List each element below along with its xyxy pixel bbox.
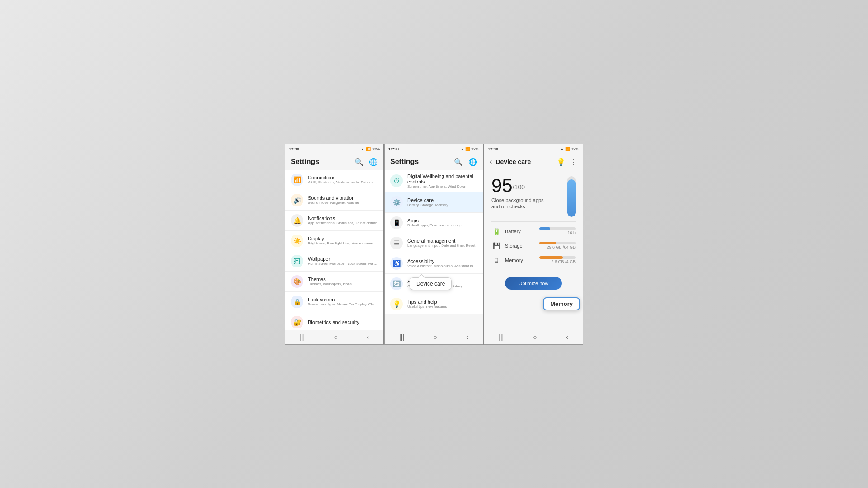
screen1-search-icon[interactable]: 🔍 [354,158,363,166]
back-btn[interactable]: ‹ [363,332,373,343]
device-care-desc: Battery, Storage, Memory [407,203,477,207]
general-mgmt-name: General management [407,238,477,244]
list-item[interactable]: 🖼 Wallpaper Home screen wallpaper, Lock … [285,251,383,272]
screen1-globe-icon[interactable]: 🌐 [369,158,378,166]
screen1-status-icons: ▲ 📶 32% [361,147,380,151]
optimize-now-button[interactable]: Optimize now [505,277,562,290]
signal-icon: ▲ [460,147,464,151]
notifications-name: Notifications [308,216,378,221]
memory-stat-icon: 🖥 [491,255,501,265]
sounds-icon: 🔊 [291,194,303,206]
signal-icon: ▲ [361,147,365,151]
screen2-search-icon[interactable]: 🔍 [454,158,463,166]
apps-name: Apps [407,218,477,223]
battery-stat-value: 16 h [539,230,576,235]
screen2-settings-list: ⏱ Digital Wellbeing and parental control… [385,170,483,314]
screen2-status-icons: ▲ 📶 32% [460,147,479,151]
device-care-item[interactable]: ⚙️ Device care Battery, Storage, Memory [385,192,483,213]
list-item[interactable]: ⏱ Digital Wellbeing and parental control… [385,170,483,192]
connections-name: Connections [308,175,378,180]
screen1-bottom-nav: ||| ○ ‹ [285,330,383,344]
display-name: Display [308,236,378,241]
notifications-desc: App notifications, Status bar, Do not di… [308,221,378,225]
screen2-globe-icon[interactable]: 🌐 [468,158,477,166]
home-btn[interactable]: ○ [529,332,540,343]
list-item[interactable]: 📱 Apps Default apps, Permission manager [385,213,483,233]
memory-stat-value: 2.6 GB /4 GB [539,259,576,264]
screen1-time: 12:38 [289,147,299,151]
home-btn[interactable]: ○ [330,332,341,343]
recent-apps-btn[interactable]: ||| [495,332,507,343]
screen2-header-icons: 🔍 🌐 [454,158,477,166]
battery-stat-icon: 🔋 [491,226,501,236]
accessibility-icon: ♿ [390,257,403,270]
memory-tooltip: Memory [543,297,580,310]
wallpaper-desc: Home screen wallpaper, Lock screen wallp… [308,262,378,266]
storage-stat-value: 29.6 GB /64 GB [539,245,576,249]
device-care-tooltip: Device care [410,277,452,290]
battery-stat-row[interactable]: 🔋 Battery 16 h [491,226,576,236]
screen3-battery: 32% [571,147,579,151]
wellbeing-icon: ⏱ [390,174,403,187]
list-item[interactable]: 🔊 Sounds and vibration Sound mode, Ringt… [285,190,383,211]
screen1-header-icons: 🔍 🌐 [354,158,378,166]
screen1-battery: 32% [372,147,380,151]
back-btn[interactable]: ‹ [462,332,472,343]
score-number: 95 [491,175,513,196]
system-updates-icon: 🔄 [390,277,403,290]
memory-stat-row[interactable]: 🖥 Memory 2.6 GB /4 GB [491,255,576,265]
recent-apps-btn[interactable]: ||| [296,332,308,343]
screen1-status-bar: 12:38 ▲ 📶 32% [285,144,383,154]
more-options-icon[interactable]: ⋮ [570,158,577,166]
recent-apps-btn[interactable]: ||| [396,332,408,343]
general-mgmt-desc: Language and input, Date and time, Reset [407,244,477,248]
score-section: 95/100 Close background apps and run che… [484,170,583,221]
screen3: 12:38 ▲ 📶 32% ‹ Device care 💡 ⋮ 95/100 C… [484,144,583,345]
notifications-icon: 🔔 [291,214,303,227]
score-bar-fill [567,179,576,217]
lockscreen-icon: 🔒 [291,296,303,308]
list-item[interactable]: 🔔 Notifications App notifications, Statu… [285,211,383,231]
list-item[interactable]: ☀️ Display Brightness, Blue light filter… [285,231,383,251]
screen3-bottom-nav: ||| ○ ‹ [484,330,583,344]
accessibility-desc: Voice Assistant, Mono audio, Assistant m… [407,264,477,268]
battery-bar-fill [539,227,550,230]
score-description: Close background apps and run checks [491,197,550,210]
connections-desc: Wi-Fi, Bluetooth, Airplane mode, Data us… [308,180,378,184]
screen2-header: Settings 🔍 🌐 [385,154,483,170]
lightbulb-icon[interactable]: 💡 [557,158,566,166]
device-care-icon: ⚙️ [390,196,403,209]
list-item[interactable]: ☰ General management Language and input,… [385,233,483,253]
wallpaper-icon: 🖼 [291,255,303,267]
biometrics-icon: 🔐 [291,316,303,328]
list-item[interactable]: ♿ Accessibility Voice Assistant, Mono au… [385,253,483,274]
device-care-page-title: Device care [495,158,557,165]
screen1-title: Settings [291,158,319,166]
device-care-header: ‹ Device care 💡 ⋮ [484,154,583,170]
list-item[interactable]: 🎨 Themes Themes, Wallpapers, Icons [285,272,383,292]
list-item[interactable]: 💡 Tips and help Useful tips, new feature… [385,294,483,314]
screen3-time: 12:38 [488,147,498,151]
wifi-icon: 📶 [465,147,470,151]
wellbeing-desc: Screen time, App timers, Wind Down [407,184,477,188]
display-desc: Brightness, Blue light filter, Home scre… [308,241,378,245]
home-btn[interactable]: ○ [429,332,440,343]
themes-name: Themes [308,277,378,282]
storage-stat-row[interactable]: 💾 Storage 29.6 GB /64 GB [491,241,576,251]
device-care-back-btn[interactable]: ‹ [490,158,492,166]
screen2-status-bar: 12:38 ▲ 📶 32% [385,144,483,154]
list-item[interactable]: 🔒 Lock screen Screen lock type, Always O… [285,292,383,312]
display-icon: ☀️ [291,235,303,247]
general-mgmt-icon: ☰ [390,237,403,249]
score-out-of: /100 [513,183,525,190]
phones-container: 12:38 ▲ 📶 32% Settings 🔍 🌐 📶 Connections… [285,144,583,345]
screen2-time: 12:38 [388,147,399,151]
list-item[interactable]: 📶 Connections Wi-Fi, Bluetooth, Airplane… [285,170,383,190]
screen1-settings-list: 📶 Connections Wi-Fi, Bluetooth, Airplane… [285,170,383,333]
storage-stat-icon: 💾 [491,241,501,251]
tips-icon: 💡 [390,298,403,310]
battery-stat-name: Battery [505,229,539,234]
screen2: 12:38 ▲ 📶 32% Settings 🔍 🌐 ⏱ Digital Wel… [384,144,484,345]
tips-desc: Useful tips, new features [407,305,477,309]
back-btn[interactable]: ‹ [562,332,572,343]
